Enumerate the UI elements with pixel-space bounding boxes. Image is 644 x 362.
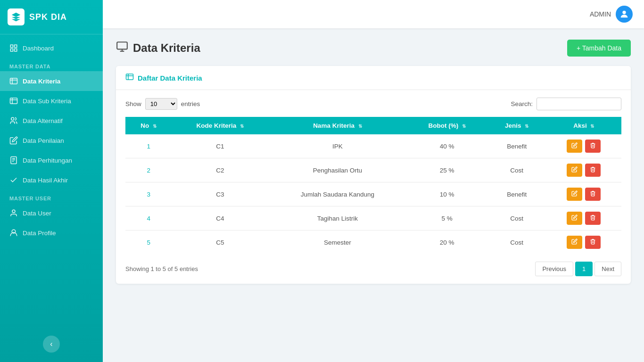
col-no: No ⇅ (125, 117, 172, 134)
sidebar-item-data-kriteria[interactable]: Data Kriteria (0, 71, 103, 91)
cell-kode: C2 (172, 158, 268, 182)
content-area: Data Kriteria + Tambah Data Daftar Data … (103, 28, 644, 362)
card-header-icon (125, 73, 134, 83)
show-label: Show (125, 100, 141, 107)
cell-jenis: Benefit (487, 182, 546, 206)
sidebar-item-data-sub-kriteria[interactable]: Data Sub Kriteria (0, 91, 103, 111)
sidebar-label-data-hasil-akhir: Data Hasil Akhir (23, 177, 68, 184)
search-control: Search: (511, 98, 621, 110)
header: ADMIN (103, 0, 644, 28)
sidebar: SPK DIA Dashboard MASTER DATA Data Krite… (0, 0, 103, 362)
sidebar-label-data-perhitungan: Data Perhitungan (23, 157, 72, 164)
sidebar-item-data-penilaian[interactable]: Data Penilaian (0, 131, 103, 150)
sidebar-label-data-kriteria: Data Kriteria (23, 78, 60, 85)
cell-nama: Penghasilan Ortu (268, 158, 406, 182)
entries-label: entries (181, 100, 200, 107)
cell-kode: C5 (172, 230, 268, 255)
edit-button-3[interactable] (567, 188, 582, 201)
search-input[interactable] (537, 98, 621, 110)
sidebar-nav: Dashboard MASTER DATA Data Kriteria Data… (0, 34, 103, 362)
col-nama: Nama Kriteria ⇅ (268, 117, 406, 134)
sidebar-item-data-hasil-akhir[interactable]: Data Hasil Akhir (0, 170, 103, 190)
cell-no: 5 (125, 230, 172, 255)
edit-button-5[interactable] (567, 236, 582, 249)
sidebar-label-data-alternatif: Data Alternatif (23, 117, 63, 124)
svg-point-10 (11, 117, 14, 120)
card-body: Show 10 25 50 100 entries Search: (116, 90, 631, 284)
cell-aksi (546, 134, 621, 158)
delete-button-3[interactable] (585, 188, 601, 201)
table-row: 4 C4 Tagihan Listrik 5 % Cost (125, 206, 621, 230)
svg-point-17 (622, 11, 626, 14)
cell-nama: Semester (268, 230, 406, 255)
header-user: ADMIN (590, 6, 633, 23)
sidebar-collapse-button[interactable]: ‹ (43, 336, 60, 353)
table-row: 5 C5 Semester 20 % Cost (125, 230, 621, 255)
avatar (616, 6, 633, 23)
table-controls: Show 10 25 50 100 entries Search: (125, 98, 621, 110)
svg-rect-7 (10, 98, 17, 104)
data-kriteria-card: Daftar Data Kriteria Show 10 25 50 100 e… (116, 66, 631, 284)
page-title: Data Kriteria (133, 41, 200, 55)
cell-kode: C4 (172, 206, 268, 230)
cell-aksi (546, 206, 621, 230)
cell-jenis: Cost (487, 158, 546, 182)
sidebar-item-data-profile[interactable]: Data Profile (0, 223, 103, 243)
sidebar-label-data-profile: Data Profile (23, 230, 56, 237)
delete-button-4[interactable] (585, 212, 601, 225)
page-title-area: Data Kriteria (116, 41, 200, 56)
table-row: 2 C2 Penghasilan Ortu 25 % Cost (125, 158, 621, 182)
svg-rect-2 (10, 49, 13, 51)
cell-jenis: Cost (487, 230, 546, 255)
cell-no: 3 (125, 182, 172, 206)
cell-aksi (546, 182, 621, 206)
cell-bobot: 25 % (407, 158, 487, 182)
sidebar-item-dashboard[interactable]: Dashboard (0, 38, 103, 58)
cell-nama: Tagihan Listrik (268, 206, 406, 230)
edit-button-4[interactable] (567, 212, 582, 225)
cell-bobot: 20 % (407, 230, 487, 255)
add-data-button[interactable]: + Tambah Data (567, 40, 631, 57)
sidebar-label-data-penilaian: Data Penilaian (23, 137, 64, 144)
sidebar-label-data-sub-kriteria: Data Sub Kriteria (23, 98, 71, 105)
cell-aksi (546, 230, 621, 255)
col-bobot: Bobot (%) ⇅ (407, 117, 487, 134)
cell-kode: C3 (172, 182, 268, 206)
col-aksi: Aksi ⇅ (546, 117, 621, 134)
svg-rect-21 (126, 74, 133, 80)
delete-button-5[interactable] (585, 236, 601, 249)
delete-button-1[interactable] (585, 140, 601, 153)
section-master-user: MASTER USER (0, 190, 103, 203)
kriteria-table: No ⇅ Kode Kriteria ⇅ Nama Kriteria ⇅ Bob… (125, 117, 621, 254)
delete-button-2[interactable] (585, 164, 601, 177)
previous-button[interactable]: Previous (535, 262, 573, 276)
cell-jenis: Benefit (487, 134, 546, 158)
pagination: Previous 1 Next (535, 262, 621, 276)
card-header: Daftar Data Kriteria (116, 66, 631, 90)
edit-button-1[interactable] (567, 140, 582, 153)
table-footer: Showing 1 to 5 of 5 entries Previous 1 N… (125, 262, 621, 276)
table-row: 1 C1 IPK 40 % Benefit (125, 134, 621, 158)
svg-rect-3 (15, 49, 17, 51)
svg-point-15 (12, 210, 15, 213)
sidebar-label-dashboard: Dashboard (23, 45, 54, 52)
cell-kode: C1 (172, 134, 268, 158)
cell-no: 2 (125, 158, 172, 182)
svg-rect-0 (10, 45, 13, 47)
svg-rect-1 (15, 45, 17, 47)
sidebar-item-data-alternatif[interactable]: Data Alternatif (0, 111, 103, 131)
edit-button-2[interactable] (567, 164, 582, 177)
entries-select[interactable]: 10 25 50 100 (145, 98, 177, 110)
cell-no: 4 (125, 206, 172, 230)
main-area: ADMIN Data Kriteria (103, 0, 644, 362)
cell-nama: IPK (268, 134, 406, 158)
cell-aksi (546, 158, 621, 182)
page-1-button[interactable]: 1 (575, 262, 593, 276)
app-name: SPK DIA (29, 12, 67, 22)
sidebar-logo: SPK DIA (0, 0, 103, 34)
sidebar-item-data-user[interactable]: Data User (0, 203, 103, 223)
svg-rect-18 (117, 42, 127, 49)
cell-bobot: 40 % (407, 134, 487, 158)
sidebar-item-data-perhitungan[interactable]: Data Perhitungan (0, 150, 103, 170)
next-button[interactable]: Next (594, 262, 621, 276)
